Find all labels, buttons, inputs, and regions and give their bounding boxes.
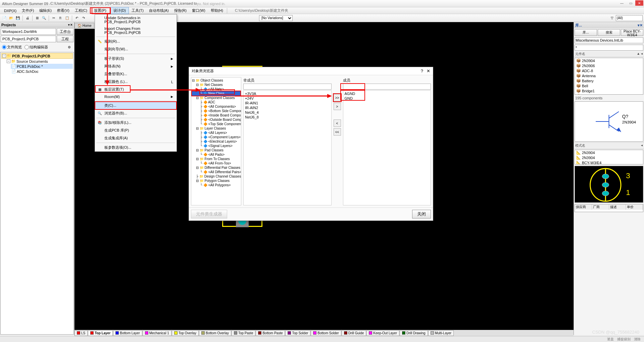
menu-dxp[interactable]: DXP(X) [1, 8, 19, 13]
col-manufacturer[interactable]: 厂商 [592, 204, 609, 210]
class-tree[interactable]: ⊟ 📁 Object Classes ⊟ 📁 Net Classes ├ 🔷 <… [191, 77, 241, 205]
bottom-layer-tab[interactable]: Bottom Layer [113, 330, 142, 336]
list-item[interactable]: 📦Bridge2 [575, 93, 643, 95]
menu-view[interactable]: 察看(V) [54, 7, 72, 14]
menu-netlist[interactable]: 网络表(N)▶ [95, 62, 177, 70]
close-button[interactable]: ✕ [635, 0, 643, 6]
panel-close-icon[interactable]: ✕ [640, 23, 643, 27]
workspace-button[interactable]: 工作台 [57, 28, 73, 35]
dialog-close-button[interactable]: 关闭 [412, 210, 431, 218]
tree-source-docs[interactable]: Source Documents [16, 59, 48, 63]
list-item[interactable]: 📦Battery [575, 78, 643, 83]
status-mask[interactable]: 遮盖 [607, 337, 614, 342]
list-item[interactable]: 📦2N3906 [575, 63, 643, 68]
list-item[interactable]: GND [344, 96, 430, 101]
menu-edit[interactable]: 编辑(E) [37, 7, 54, 14]
move-all-left-button[interactable]: << [334, 128, 341, 136]
tree-project-root[interactable]: PCB_Project1.PrjPCB [12, 54, 50, 58]
non-member-filter[interactable] [243, 84, 332, 90]
menu-update-schematics[interactable]: Update Schematics in PCB_Project1.PrjPCB [95, 14, 177, 25]
menu-design[interactable]: 设计(D) [110, 7, 129, 14]
menu-report[interactable]: 报告(R) [171, 7, 189, 14]
top-solder-tab[interactable]: Top Solder [285, 330, 310, 336]
menu-add-remove-lib[interactable]: 📚添加/移除库(L)... [95, 119, 177, 127]
place-button[interactable]: Place BCY-W3/E4 [621, 29, 643, 36]
gen-class-button[interactable]: 元件类生成器 [191, 210, 227, 218]
paste-icon[interactable]: 📋 [64, 15, 70, 21]
top-paste-tab[interactable]: Top Paste [232, 330, 255, 336]
menu-help[interactable]: 帮助(H) [208, 7, 226, 14]
menu-classes[interactable]: 类(C)... [95, 102, 177, 109]
panel-menu-icon[interactable]: ⚙ [66, 44, 72, 50]
menu-project[interactable]: 工程(C) [72, 7, 90, 14]
copy-icon[interactable]: ⎘ [57, 15, 63, 21]
drill-drawing-tab[interactable]: Drill Drawing [400, 330, 428, 336]
member-list[interactable]: AGND GND [343, 90, 431, 205]
list-item[interactable]: 📐2N3904 [575, 150, 643, 155]
menu-gen-int-lib[interactable]: 生成集成库(A) [95, 134, 177, 142]
move-left-button[interactable]: < [334, 119, 341, 127]
ls-tab[interactable]: LS [75, 330, 88, 336]
menu-layer-manager[interactable]: 层叠管理(K)... [95, 70, 177, 78]
list-item[interactable]: 📦Bridge1 [575, 88, 643, 93]
list-item[interactable]: AGND [344, 91, 430, 96]
list-item[interactable]: 📐2N3904 [575, 155, 643, 160]
panel-close-icon[interactable]: ✕ [70, 23, 73, 27]
list-item[interactable]: 📦Bell [575, 83, 643, 88]
tree-new-class[interactable]: └ 🔷 New Class [192, 91, 240, 96]
open-icon[interactable]: 📂 [8, 15, 14, 21]
list-item[interactable]: IR-AIN2 [244, 105, 331, 110]
view-file-radio[interactable]: 文件阅览 [2, 45, 22, 50]
library-filter[interactable]: * [575, 45, 643, 51]
workspace-combo[interactable]: Workspace1.DsnWrk [1, 28, 56, 35]
tree-sch-doc[interactable]: ADC.SchDoc [17, 69, 39, 74]
menu-rule-wizard[interactable]: 规则向导(W)... [95, 45, 177, 53]
col-price[interactable]: 单价 [626, 204, 643, 210]
dialog-help-icon[interactable]: ? [421, 68, 423, 74]
list-item[interactable]: +24V [244, 96, 331, 101]
move-all-right-button[interactable]: >> [334, 94, 341, 101]
move-right-button[interactable]: > [334, 103, 341, 110]
menu-board-shape[interactable]: 板子形状(S)▶ [95, 55, 177, 62]
menu-window[interactable]: 窗口(W) [189, 7, 208, 14]
zoom-area-icon[interactable]: 🔍 [41, 15, 47, 21]
maximize-button[interactable]: ▭ [627, 0, 635, 6]
menu-board-options[interactable]: 板参数选项(O)... [95, 144, 177, 151]
menu-autoroute[interactable]: 自动布线(A) [146, 7, 171, 14]
menu-browse-components[interactable]: 🔍浏览器件(B)... [95, 109, 177, 117]
view-struct-radio[interactable]: 结构编辑器 [24, 45, 48, 50]
menu-layer-setup[interactable]: ▦板层设置(T) [95, 86, 177, 93]
bottom-overlay-tab[interactable]: Bottom Overlay [199, 330, 231, 336]
undo-icon[interactable]: ↶ [74, 15, 80, 21]
dialog-close-icon[interactable]: ✕ [427, 68, 430, 74]
pin-icon[interactable]: ▾ [68, 23, 70, 27]
list-item[interactable]: 📐BCY-W3/E4 [575, 160, 643, 164]
model-list[interactable]: 📐2N3904 📐2N3904 📐BCY-W3/E4 [575, 150, 643, 164]
filter-field[interactable] [616, 15, 643, 21]
list-item[interactable]: NetJ6_4 [244, 110, 331, 115]
redo-icon[interactable]: ↷ [81, 15, 87, 21]
component-list[interactable]: 📦2N3904 📦2N3906 📦ADC-8 📦Antenna 📦Battery… [575, 58, 643, 95]
save-icon[interactable]: 💾 [15, 15, 21, 21]
project-button[interactable]: 工程 [57, 36, 73, 42]
keepout-tab[interactable]: Keep-Out Layer [366, 330, 399, 336]
mechanical-tab[interactable]: Mechanical 1 [143, 330, 171, 336]
zoom-fit-icon[interactable]: ⊞ [34, 15, 40, 21]
bottom-solder-tab[interactable]: Bottom Solder [311, 330, 341, 336]
top-layer-tab[interactable]: Top Layer [88, 330, 113, 336]
col-supplier[interactable]: 供应商 [575, 204, 592, 210]
top-overlay-tab[interactable]: Top Overlay [172, 330, 199, 336]
col-description[interactable]: 描述 [609, 204, 626, 210]
cut-icon[interactable]: ✂ [51, 15, 57, 21]
status-clear[interactable]: 清除 [634, 337, 641, 342]
non-member-list[interactable]: +3V3A +24V IR-AIN1 IR-AIN2 NetJ6_4 NetJ6… [243, 90, 332, 205]
library-selector[interactable]: Miscellaneous Devices.IntLib [575, 37, 643, 43]
menu-place[interactable]: 放置(P) [91, 8, 109, 13]
list-item[interactable]: 📦2N3904 [575, 58, 643, 63]
menu-room[interactable]: Room(M)▶ [95, 93, 177, 100]
menu-import-changes[interactable]: Import Changes From PCB_Project1.PrjPCB [95, 25, 177, 36]
member-filter[interactable] [343, 84, 431, 90]
project-tree[interactable]: −📁PCB_Project1.PrjPCB −📁Source Documents… [0, 52, 74, 335]
list-item[interactable]: NetJ6_8 [244, 115, 331, 119]
search-button[interactable]: 搜索 [598, 29, 620, 36]
